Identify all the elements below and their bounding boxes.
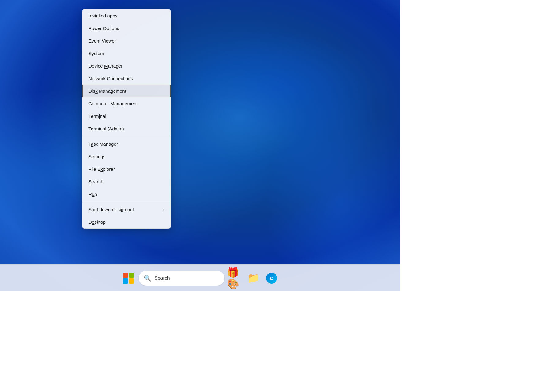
taskbar-search-label: Search xyxy=(154,275,170,281)
menu-label-terminal-admin: Terminal (Admin) xyxy=(88,126,164,131)
win-logo-yellow xyxy=(129,278,134,284)
start-button[interactable] xyxy=(120,270,136,286)
win-logo-blue xyxy=(123,278,128,284)
menu-label-terminal: Terminal xyxy=(88,114,164,119)
menu-item-event-viewer[interactable]: Event Viewer xyxy=(82,35,171,47)
win-logo-green xyxy=(129,273,134,278)
menu-item-installed-apps[interactable]: Installed apps xyxy=(82,9,171,22)
menu-item-file-explorer[interactable]: File Explorer xyxy=(82,163,171,175)
menu-label-task-manager: Task Manager xyxy=(88,141,164,147)
menu-item-task-manager[interactable]: Task Manager xyxy=(82,138,171,150)
taskbar-pinned-apps[interactable]: 🎁🎨 xyxy=(227,270,243,286)
menu-label-power-options: Power Options xyxy=(88,26,164,31)
menu-label-computer-management: Computer Management xyxy=(88,101,164,106)
menu-item-network-connections[interactable]: Network Connections xyxy=(82,72,171,85)
separator-2 xyxy=(82,202,171,202)
submenu-arrow-shut-down: › xyxy=(163,207,164,212)
taskbar: 🔍 Search 🎁🎨 📁 e xyxy=(0,264,400,291)
context-menu: Installed apps Power Options Event Viewe… xyxy=(82,9,171,229)
menu-label-shut-down: Shut down or sign out xyxy=(88,207,163,212)
edge-icon: e xyxy=(266,273,277,284)
taskbar-file-explorer[interactable]: 📁 xyxy=(245,270,261,286)
menu-item-terminal-admin[interactable]: Terminal (Admin) xyxy=(82,122,171,135)
menu-label-disk-management: Disk Management xyxy=(88,88,164,94)
menu-label-network-connections: Network Connections xyxy=(88,76,164,81)
menu-item-disk-management[interactable]: Disk Management xyxy=(82,85,171,97)
taskbar-edge[interactable]: e xyxy=(264,270,280,286)
separator-1 xyxy=(82,136,171,136)
file-explorer-icon: 📁 xyxy=(247,272,259,284)
menu-label-file-explorer: File Explorer xyxy=(88,166,164,172)
menu-item-shut-down[interactable]: Shut down or sign out › xyxy=(82,203,171,216)
menu-label-search: Search xyxy=(88,179,164,184)
taskbar-search-bar[interactable]: 🔍 Search xyxy=(139,271,224,286)
menu-item-computer-management[interactable]: Computer Management xyxy=(82,97,171,110)
menu-label-desktop: Desktop xyxy=(88,219,164,225)
menu-item-run[interactable]: Run xyxy=(82,188,171,200)
menu-label-event-viewer: Event Viewer xyxy=(88,38,164,43)
search-icon: 🔍 xyxy=(144,274,151,282)
windows-logo xyxy=(123,273,134,284)
menu-item-system[interactable]: System xyxy=(82,47,171,60)
menu-item-power-options[interactable]: Power Options xyxy=(82,22,171,35)
menu-label-device-manager: Device Manager xyxy=(88,63,164,69)
menu-item-device-manager[interactable]: Device Manager xyxy=(82,60,171,72)
desktop: Installed apps Power Options Event Viewe… xyxy=(0,0,400,291)
menu-label-installed-apps: Installed apps xyxy=(88,13,164,18)
pinned-apps-icon: 🎁🎨 xyxy=(227,267,243,290)
menu-label-system: System xyxy=(88,51,164,56)
menu-item-search[interactable]: Search xyxy=(82,175,171,188)
menu-item-settings[interactable]: Settings xyxy=(82,150,171,163)
menu-item-desktop[interactable]: Desktop xyxy=(82,216,171,228)
win-logo-red xyxy=(123,273,128,278)
menu-label-run: Run xyxy=(88,192,164,197)
menu-item-terminal[interactable]: Terminal xyxy=(82,110,171,122)
menu-label-settings: Settings xyxy=(88,154,164,159)
